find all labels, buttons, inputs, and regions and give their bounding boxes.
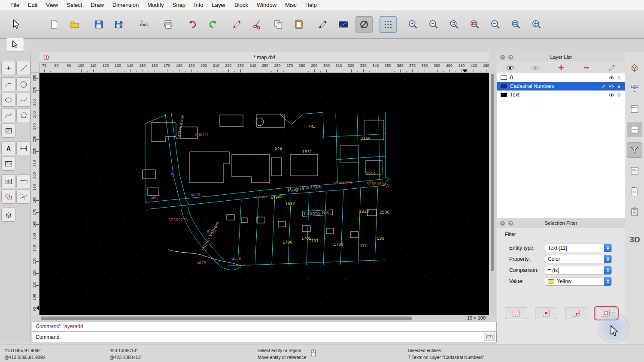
layer-row-cadastral-numbers[interactable]: Cadastral Numbers <box>497 82 625 90</box>
text-tool-button[interactable]: A <box>1 141 15 155</box>
ellipse-tools-button[interactable] <box>1 93 15 107</box>
zoom-out-button[interactable] <box>425 16 442 33</box>
arc-tools-button[interactable] <box>1 77 15 91</box>
print-preview-button[interactable] <box>160 16 177 33</box>
select-matching-button[interactable] <box>505 308 527 319</box>
hatch-tool-button[interactable] <box>1 124 15 138</box>
draw-order-button[interactable] <box>228 16 246 33</box>
current-tool-indicator[interactable] <box>6 38 24 51</box>
menu-item-snap[interactable]: Snap <box>168 0 190 10</box>
property-editor-toggle[interactable] <box>627 60 642 75</box>
combo-stepper-icon[interactable] <box>604 244 611 252</box>
menu-item-misc[interactable]: Misc <box>281 0 301 10</box>
deselect-matching-button[interactable] <box>535 308 557 319</box>
menu-item-view[interactable]: View <box>42 0 62 10</box>
layer-row-0[interactable]: 0 <box>497 73 625 82</box>
hide-all-layers-button[interactable] <box>522 62 548 73</box>
paste-button[interactable] <box>290 16 307 33</box>
layer-lock-toggle[interactable] <box>615 74 623 81</box>
command-input[interactable]: Command: <box>32 332 497 342</box>
value-select[interactable]: Yellow <box>545 277 612 286</box>
menu-item-file[interactable]: File <box>6 0 24 10</box>
layer-visibility-toggle[interactable] <box>608 74 615 81</box>
layer-color-swatch[interactable] <box>501 93 507 97</box>
layer-close-panel-button[interactable] <box>499 54 506 60</box>
script-panel-toggle[interactable] <box>627 184 642 199</box>
selection-handle[interactable] <box>197 262 200 264</box>
auto-zoom-button[interactable] <box>446 16 463 33</box>
menu-item-edit[interactable]: Edit <box>24 0 42 10</box>
layer-visibility-toggle[interactable] <box>608 91 615 98</box>
add-layer-button[interactable] <box>548 62 574 73</box>
vertical-scrollbar-thumb[interactable] <box>491 74 494 271</box>
layer-visibility-toggle[interactable] <box>608 83 615 90</box>
menu-item-layer[interactable]: Layer <box>208 0 231 10</box>
image-tool-button[interactable] <box>1 157 15 171</box>
layer-edit-icon[interactable] <box>600 83 608 90</box>
redo-button[interactable] <box>204 16 222 33</box>
apply-filter-button[interactable] <box>595 308 617 319</box>
line-tools-button[interactable] <box>16 61 30 75</box>
spline-tools-button[interactable] <box>16 93 30 107</box>
add-matching-button[interactable] <box>565 308 587 319</box>
copy-button[interactable] <box>270 16 287 33</box>
open-file-button[interactable] <box>66 16 83 33</box>
horizontal-scrollbar[interactable]: 10 < 100 <box>39 315 489 322</box>
polyline-tools-button[interactable] <box>1 108 15 122</box>
selection-handle[interactable] <box>232 258 234 260</box>
combo-stepper-icon[interactable] <box>604 255 611 263</box>
drawing-canvas[interactable]: 4452360548193116145256369352563694525636… <box>39 73 489 315</box>
menu-item-select[interactable]: Select <box>62 0 86 10</box>
edit-layer-button[interactable] <box>599 62 625 73</box>
shape-tools-button[interactable] <box>1 190 15 204</box>
selection-handle[interactable] <box>199 134 201 136</box>
combo-stepper-icon[interactable] <box>604 266 611 275</box>
menu-item-info[interactable]: Info <box>190 0 208 10</box>
svg-export-button[interactable]: SVG <box>136 16 153 33</box>
zoom-window-button[interactable] <box>507 16 525 33</box>
filter-close-panel-button[interactable] <box>499 220 506 226</box>
grid-toggle-button[interactable] <box>380 16 397 33</box>
hatch-edit-tool-button[interactable] <box>1 174 15 188</box>
comparison-select[interactable]: = (is) <box>545 266 612 275</box>
clipboard-panel-toggle[interactable] <box>627 204 642 220</box>
undo-button[interactable] <box>184 16 201 33</box>
save-as-button[interactable] <box>111 16 128 33</box>
selection-handle[interactable] <box>152 197 155 199</box>
layer-lock-toggle[interactable] <box>615 91 623 98</box>
menu-item-block[interactable]: Block <box>230 0 252 10</box>
zoom-selection-button[interactable] <box>466 16 483 33</box>
layer-lock-toggle[interactable] <box>615 83 623 90</box>
selection-handle[interactable] <box>191 194 194 196</box>
cut-button[interactable] <box>249 16 266 33</box>
library-browser-toggle[interactable] <box>627 101 642 117</box>
menu-item-help[interactable]: Help <box>301 0 321 10</box>
modify-tools-button[interactable] <box>16 190 30 204</box>
layer-list-toggle[interactable] <box>627 122 642 137</box>
draw-nothing-button[interactable] <box>355 16 373 33</box>
property-select[interactable]: Color <box>545 255 612 263</box>
layer-row-text[interactable]: Text <box>497 90 625 99</box>
block-list-toggle[interactable] <box>627 81 642 96</box>
selection-tool-button[interactable] <box>8 16 25 33</box>
save-button[interactable] <box>90 16 107 33</box>
block-attributes-button[interactable] <box>335 16 352 33</box>
show-all-layers-button[interactable] <box>497 62 522 73</box>
layer-color-swatch[interactable] <box>501 75 507 80</box>
remove-layer-button[interactable] <box>574 62 599 73</box>
menu-item-modify[interactable]: Modify <box>143 0 168 10</box>
point-tools-button[interactable] <box>1 61 15 75</box>
zoom-in-button[interactable] <box>404 16 422 33</box>
command-history-toggle[interactable] <box>627 163 642 178</box>
vertical-scrollbar[interactable] <box>489 73 496 315</box>
dimension-tools-button[interactable] <box>16 141 30 155</box>
layer-color-swatch[interactable] <box>501 84 507 88</box>
new-file-button[interactable] <box>46 16 63 33</box>
menu-item-window[interactable]: Window <box>252 0 281 10</box>
selection-filter-toggle[interactable] <box>627 142 642 158</box>
selection-handle[interactable] <box>207 230 209 232</box>
layer-detach-panel-button[interactable] <box>507 54 514 60</box>
block-3d-tools-button[interactable] <box>1 208 15 222</box>
horizontal-scrollbar-thumb[interactable] <box>41 317 412 320</box>
measure-tools-button[interactable] <box>16 174 30 188</box>
